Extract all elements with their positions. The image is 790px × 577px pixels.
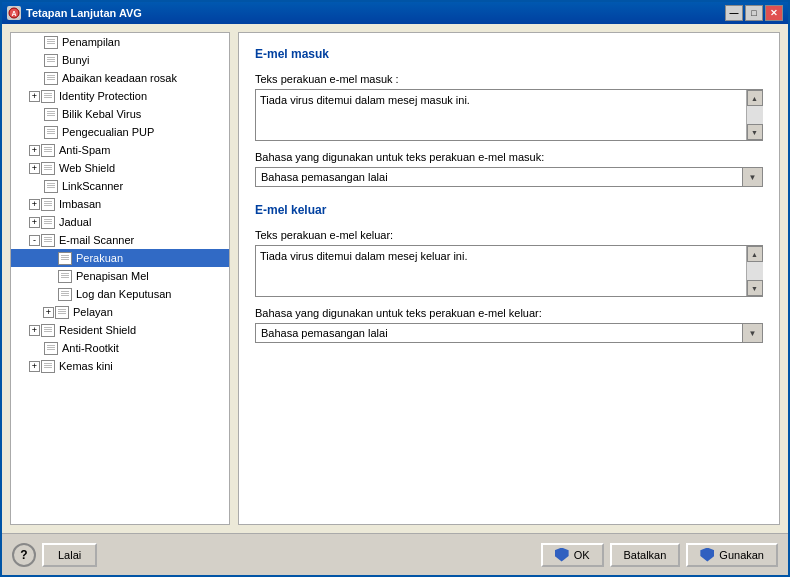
node-icon-email-scanner — [40, 233, 56, 247]
close-button[interactable]: ✕ — [765, 5, 783, 21]
expander-bilik-kebal — [29, 107, 43, 121]
sidebar-label-identity: Identity Protection — [59, 90, 147, 102]
sidebar-item-webshield[interactable]: +Web Shield — [11, 159, 229, 177]
expander-pelayan[interactable]: + — [43, 307, 54, 318]
expander-antispam[interactable]: + — [29, 145, 40, 156]
expander-penampilan — [29, 35, 43, 49]
sidebar-item-pelayan[interactable]: +Pelayan — [11, 303, 229, 321]
expander-email-scanner[interactable]: - — [29, 235, 40, 246]
sidebar-label-log-keputusan: Log dan Keputusan — [76, 288, 171, 300]
sidebar-item-jadual[interactable]: +Jadual — [11, 213, 229, 231]
sidebar-item-kemas-kini[interactable]: +Kemas kini — [11, 357, 229, 375]
email-out-text-value: Tiada virus ditemui dalam mesej keluar i… — [256, 246, 746, 296]
email-in-lang-dropdown[interactable]: Bahasa pemasangan lalai ▼ — [255, 167, 763, 187]
expander-jadual[interactable]: + — [29, 217, 40, 228]
node-icon-kemas-kini — [40, 359, 56, 373]
sidebar-label-antispam: Anti-Spam — [59, 144, 110, 156]
bottom-left: ? Lalai — [12, 543, 97, 567]
section-email-in-title: E-mel masuk — [255, 47, 763, 63]
apply-label: Gunakan — [719, 549, 764, 561]
sidebar-item-bilik-kebal[interactable]: Bilik Kebal Virus — [11, 105, 229, 123]
expander-penapisan-mel — [43, 269, 57, 283]
email-in-text-value: Tiada virus ditemui dalam mesej masuk in… — [256, 90, 746, 140]
sidebar-label-resident-shield: Resident Shield — [59, 324, 136, 336]
email-in-scrollbar[interactable]: ▲ ▼ — [746, 90, 762, 140]
cancel-button[interactable]: Batalkan — [610, 543, 681, 567]
email-in-dropdown-btn[interactable]: ▼ — [742, 168, 762, 186]
sidebar-item-antispam[interactable]: +Anti-Spam — [11, 141, 229, 159]
email-out-lang-dropdown[interactable]: Bahasa pemasangan lalai ▼ — [255, 323, 763, 343]
section-email-out-title: E-mel keluar — [255, 203, 763, 219]
scroll-track-out — [747, 262, 763, 280]
scroll-down-arrow[interactable]: ▼ — [747, 124, 763, 140]
sidebar-item-email-scanner[interactable]: -E-mail Scanner — [11, 231, 229, 249]
node-icon-pup — [43, 125, 59, 139]
scroll-down-arrow-out[interactable]: ▼ — [747, 280, 763, 296]
bottom-bar: ? Lalai OK Batalkan Gunakan — [2, 533, 788, 575]
sidebar-label-abaikan: Abaikan keadaan rosak — [62, 72, 177, 84]
sidebar-item-bunyi[interactable]: Bunyi — [11, 51, 229, 69]
sidebar-item-penapisan-mel[interactable]: Penapisan Mel — [11, 267, 229, 285]
expander-bunyi — [29, 53, 43, 67]
help-button[interactable]: ? — [12, 543, 36, 567]
node-icon-penampilan — [43, 35, 59, 49]
expander-log-keputusan — [43, 287, 57, 301]
sidebar-label-penampilan: Penampilan — [62, 36, 120, 48]
expander-resident-shield[interactable]: + — [29, 325, 40, 336]
title-bar: A Tetapan Lanjutan AVG — □ ✕ — [2, 2, 788, 24]
sidebar-label-penapisan-mel: Penapisan Mel — [76, 270, 149, 282]
cancel-label: Batalkan — [624, 549, 667, 561]
window-controls: — □ ✕ — [725, 5, 783, 21]
lalai-button[interactable]: Lalai — [42, 543, 97, 567]
node-icon-antispam — [40, 143, 56, 157]
ok-label: OK — [574, 549, 590, 561]
sidebar-item-imbasan[interactable]: +Imbasan — [11, 195, 229, 213]
email-out-dropdown-btn[interactable]: ▼ — [742, 324, 762, 342]
apply-button[interactable]: Gunakan — [686, 543, 778, 567]
sidebar-item-linkscanner[interactable]: LinkScanner — [11, 177, 229, 195]
email-in-text-area[interactable]: Tiada virus ditemui dalam mesej masuk in… — [255, 89, 763, 141]
node-icon-perakuan — [57, 251, 73, 265]
node-icon-penapisan-mel — [57, 269, 73, 283]
apply-shield-icon — [700, 548, 714, 562]
ok-button[interactable]: OK — [541, 543, 604, 567]
app-icon: A — [7, 6, 21, 20]
node-icon-abaikan — [43, 71, 59, 85]
node-icon-imbasan — [40, 197, 56, 211]
expander-abaikan — [29, 71, 43, 85]
sidebar-label-imbasan: Imbasan — [59, 198, 101, 210]
sidebar-item-log-keputusan[interactable]: Log dan Keputusan — [11, 285, 229, 303]
sidebar-label-linkscanner: LinkScanner — [62, 180, 123, 192]
sidebar-item-pup[interactable]: Pengecualian PUP — [11, 123, 229, 141]
content-area: PenampilanBunyiAbaikan keadaan rosak+Ide… — [2, 24, 788, 533]
node-icon-bunyi — [43, 53, 59, 67]
node-icon-log-keputusan — [57, 287, 73, 301]
email-out-text-area[interactable]: Tiada virus ditemui dalam mesej keluar i… — [255, 245, 763, 297]
sidebar-label-webshield: Web Shield — [59, 162, 115, 174]
sidebar-label-jadual: Jadual — [59, 216, 91, 228]
scroll-up-arrow[interactable]: ▲ — [747, 90, 763, 106]
scroll-up-arrow-out[interactable]: ▲ — [747, 246, 763, 262]
right-panel: E-mel masuk Teks perakuan e-mel masuk : … — [238, 32, 780, 525]
sidebar-item-penampilan[interactable]: Penampilan — [11, 33, 229, 51]
main-window: A Tetapan Lanjutan AVG — □ ✕ PenampilanB… — [0, 0, 790, 577]
expander-kemas-kini[interactable]: + — [29, 361, 40, 372]
sidebar-label-antirootkit: Anti-Rootkit — [62, 342, 119, 354]
lalai-label: Lalai — [58, 549, 81, 561]
expander-webshield[interactable]: + — [29, 163, 40, 174]
sidebar-item-antirootkit[interactable]: Anti-Rootkit — [11, 339, 229, 357]
sidebar-item-abaikan[interactable]: Abaikan keadaan rosak — [11, 69, 229, 87]
sidebar-item-perakuan[interactable]: Perakuan — [11, 249, 229, 267]
node-icon-bilik-kebal — [43, 107, 59, 121]
minimize-button[interactable]: — — [725, 5, 743, 21]
maximize-button[interactable]: □ — [745, 5, 763, 21]
expander-identity[interactable]: + — [29, 91, 40, 102]
expander-imbasan[interactable]: + — [29, 199, 40, 210]
sidebar-tree: PenampilanBunyiAbaikan keadaan rosak+Ide… — [10, 32, 230, 525]
node-icon-identity — [40, 89, 56, 103]
expander-antirootkit — [29, 341, 43, 355]
email-out-scrollbar[interactable]: ▲ ▼ — [746, 246, 762, 296]
email-in-text-label: Teks perakuan e-mel masuk : — [255, 73, 763, 85]
sidebar-item-identity[interactable]: +Identity Protection — [11, 87, 229, 105]
sidebar-item-resident-shield[interactable]: +Resident Shield — [11, 321, 229, 339]
